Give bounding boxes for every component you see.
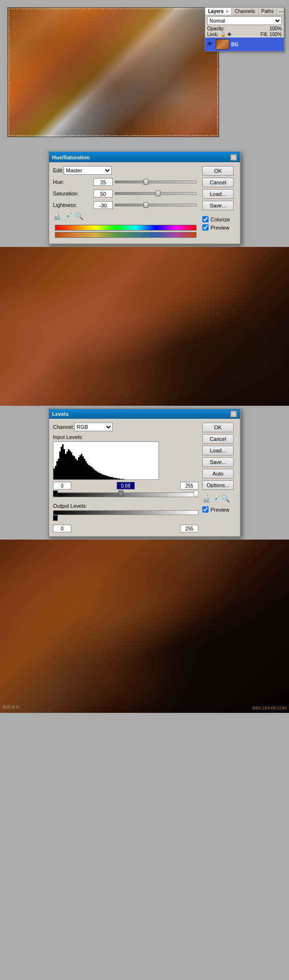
levels-eyedroppers: 🔬 💉 🔍 (202, 495, 236, 503)
layers-panel-close-btn[interactable]: — (277, 9, 285, 14)
hue-label: Hue: (53, 179, 92, 185)
levels-close-btn[interactable]: × (230, 411, 237, 417)
lightness-value[interactable]: -30 (93, 201, 113, 209)
tab-layers[interactable]: Layers × (205, 8, 232, 15)
layers-tab-close[interactable]: × (226, 9, 228, 14)
colorize-label: Colorize (210, 217, 230, 222)
svg-rect-38 (108, 477, 110, 480)
eyedropper-add-btn[interactable]: 💉 (64, 212, 72, 220)
edit-master-select[interactable]: Master (64, 166, 112, 175)
colorize-checkbox[interactable] (202, 216, 209, 222)
lightness-thumb[interactable] (144, 202, 148, 208)
levels-load-btn[interactable]: Load... (202, 446, 234, 455)
svg-rect-11 (69, 451, 71, 480)
svg-rect-12 (71, 452, 72, 480)
hue-sat-titlebar[interactable]: Hue/Saturation × (49, 153, 240, 162)
hue-sat-cancel-btn[interactable]: Cancel (202, 178, 234, 187)
svg-rect-46 (120, 479, 121, 480)
hue-slider-track[interactable] (115, 178, 197, 186)
svg-rect-43 (116, 478, 117, 480)
preview-checkbox-row: Preview (202, 224, 236, 231)
channel-label: Channel: (53, 424, 74, 430)
svg-rect-31 (98, 473, 100, 480)
colorize-checkbox-row: Colorize (202, 216, 236, 222)
input-min-val[interactable] (53, 482, 71, 490)
svg-rect-2 (56, 461, 58, 480)
move-icon: ✥ (227, 32, 231, 37)
output-min-val[interactable] (53, 525, 71, 532)
lock-icon: 🔒 (220, 32, 226, 37)
layers-blend-row: Normal (205, 15, 284, 26)
blend-mode-select[interactable]: Normal (207, 16, 282, 25)
levels-auto-btn[interactable]: Auto (202, 469, 234, 478)
svg-rect-41 (113, 477, 114, 480)
hue-sat-load-btn[interactable]: Load... (202, 189, 234, 199)
tab-channels[interactable]: Channels (232, 8, 258, 15)
output-max-val[interactable] (180, 525, 198, 532)
levels-cancel-btn[interactable]: Cancel (202, 434, 234, 444)
input-mid-val[interactable] (117, 482, 135, 490)
svg-rect-10 (68, 449, 69, 480)
section1-canvas: Layers × Channels Paths — Normal Opacity… (0, 0, 289, 149)
preview-checkbox[interactable] (202, 224, 209, 231)
svg-rect-16 (77, 460, 78, 480)
saturation-label: Saturation: (53, 191, 92, 196)
svg-rect-0 (53, 468, 55, 480)
hue-sat-close-btn[interactable]: × (230, 154, 237, 161)
section2-canvas (0, 247, 289, 406)
hue-saturation-dialog: Hue/Saturation × Edit: Master Hue: 25 (48, 152, 241, 245)
levels-preview-label: Preview (210, 507, 229, 513)
svg-rect-5 (61, 447, 62, 480)
fill-value: 100% (269, 32, 282, 37)
levels-dialog: Levels × Channel: RGB Input Levels: (48, 408, 241, 537)
saturation-thumb[interactable] (156, 191, 160, 196)
layers-lock-row: Lock: 🔒 ✥ Fill: 100% (205, 31, 284, 38)
eyedropper-row: 🔬 💉 🔍 (53, 212, 198, 220)
hue-thumb[interactable] (144, 179, 148, 185)
input-max-val[interactable] (180, 482, 198, 490)
input-black-thumb[interactable] (53, 490, 58, 496)
canvas-rust-overlay (8, 8, 219, 137)
output-slider-row[interactable] (53, 515, 198, 524)
lightness-track (115, 204, 197, 206)
svg-rect-51 (127, 479, 129, 480)
opacity-label: Opacity: (207, 26, 225, 31)
tab-paths[interactable]: Paths (259, 8, 277, 15)
saturation-slider-track[interactable] (115, 189, 197, 198)
levels-black-eyedropper[interactable]: 🔬 (202, 495, 210, 503)
svg-rect-40 (111, 477, 113, 480)
levels-ok-btn[interactable]: OK (202, 423, 234, 432)
levels-input-values (53, 482, 198, 490)
input-white-thumb[interactable] (194, 490, 198, 496)
svg-rect-50 (126, 479, 127, 480)
saturation-value[interactable]: 50 (93, 190, 113, 197)
svg-rect-21 (84, 459, 85, 480)
layer-visibility-eye[interactable]: 👁 (207, 41, 214, 48)
levels-titlebar[interactable]: Levels × (49, 409, 240, 419)
eyedropper-btn[interactable]: 🔬 (53, 212, 61, 220)
eyedropper-remove-btn[interactable]: 🔍 (75, 212, 83, 220)
levels-controls: Channel: RGB Input Levels: (53, 423, 198, 532)
output-black-thumb[interactable] (53, 515, 58, 521)
levels-save-btn[interactable]: Save... (202, 457, 234, 467)
svg-rect-9 (66, 451, 68, 480)
hue-sat-ok-btn[interactable]: OK (202, 166, 234, 176)
input-gray-thumb[interactable] (118, 490, 123, 496)
hue-value[interactable]: 25 (93, 178, 113, 186)
levels-options-btn[interactable]: Options... (202, 480, 234, 490)
layers-tabs: Layers × Channels Paths — (205, 8, 284, 15)
levels-white-eyedropper[interactable]: 🔍 (222, 495, 230, 503)
levels-preview-checkbox[interactable] (202, 506, 209, 513)
levels-gray-eyedropper[interactable]: 💉 (212, 495, 220, 503)
layers-opacity-row: Opacity: 100% (205, 26, 284, 31)
hue-sat-save-btn[interactable]: Save... (202, 201, 234, 210)
histogram-area (53, 441, 159, 480)
lightness-slider-track[interactable] (115, 201, 197, 209)
input-slider-row[interactable] (53, 490, 198, 499)
channel-select[interactable]: RGB (74, 423, 113, 431)
layer-item-bg[interactable]: 👁 BG (205, 38, 284, 51)
svg-rect-14 (74, 456, 75, 480)
svg-rect-32 (100, 473, 101, 480)
svg-rect-6 (62, 444, 64, 480)
edit-label: Edit: (53, 168, 64, 173)
